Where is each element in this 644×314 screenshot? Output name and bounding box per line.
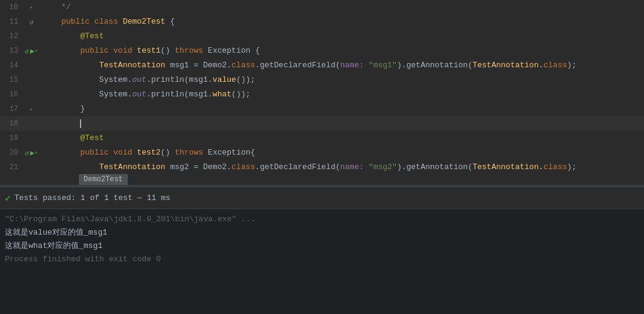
code-token (90, 17, 95, 26)
code-token: msg1 = Demo2. (165, 61, 231, 70)
code-token: throws (175, 148, 204, 157)
test-of: of (85, 193, 104, 202)
code-line-12: 12 @Test (0, 29, 644, 44)
line-content-12[interactable]: @Test (40, 29, 644, 44)
line-content-16[interactable]: System.out.println(msg1.what()); (40, 87, 644, 102)
code-token: ).getAnnotation( (397, 162, 473, 172)
test-separator: — (133, 193, 147, 202)
run-icon-13[interactable]: ▶ (30, 47, 35, 56)
code-token (108, 148, 113, 157)
line-content-20[interactable]: public void test2() throws Exception{ (40, 145, 644, 160)
test-count: 1 (81, 193, 85, 202)
code-token: */ (61, 2, 71, 12)
test-unit: test (109, 193, 133, 202)
code-line-14: 14 TestAnnotation msg1 = Demo2.class.get… (0, 58, 644, 73)
editor-area: 10▸ */11↺ public class Demo2Test {12 @Te… (0, 0, 644, 185)
run-icon-20[interactable]: ▶ (30, 149, 35, 158)
line-number-16: 16 (0, 87, 23, 102)
code-token: class (231, 61, 255, 70)
code-token (42, 61, 99, 70)
console-cmd-line: "C:\Program Files\Java\jdk1.8.0_201\bin\… (5, 213, 639, 226)
code-token (42, 2, 61, 12)
code-token (42, 17, 61, 26)
line-number-17: 17 (0, 102, 23, 116)
line-content-21[interactable]: TestAnnotation msg2 = Demo2.class.getDec… (40, 160, 644, 175)
line-content-13[interactable]: public void test1() throws Exception { (40, 44, 644, 58)
line-content-15[interactable]: System.out.println(msg1.value()); (40, 73, 644, 87)
line-content-14[interactable]: TestAnnotation msg1 = Demo2.class.getDec… (40, 58, 644, 73)
code-token (108, 46, 113, 55)
code-token (42, 148, 80, 157)
code-line-10: 10▸ */ (0, 0, 644, 15)
code-token (42, 46, 80, 55)
code-token: what (213, 90, 231, 99)
line-gutter-13: ↺▶▾ (23, 47, 40, 56)
fold-icon-20[interactable]: ▾ (35, 149, 38, 156)
code-line-20: 20↺▶▾ public void test2() throws Excepti… (0, 145, 644, 160)
line-content-17[interactable]: } (40, 102, 644, 116)
code-line-16: 16 System.out.println(msg1.what()); (0, 87, 644, 102)
check-icon: ✓ (5, 192, 11, 204)
code-token: class (95, 17, 118, 26)
code-token: () (161, 46, 174, 55)
code-token: ()); (236, 75, 255, 84)
console-area: "C:\Program Files\Java\jdk1.8.0_201\bin\… (0, 209, 644, 314)
demo2test-tooltip: Demo2Test (79, 174, 128, 185)
line-number-13: 13 (0, 44, 23, 58)
line-content-11[interactable]: public class Demo2Test { (40, 15, 644, 29)
code-token: .getDeclaredField( (255, 61, 340, 70)
line-gutter-20: ↺▶▾ (23, 149, 40, 158)
code-token: ).getAnnotation( (397, 61, 473, 70)
line-content-18[interactable] (40, 116, 644, 131)
code-token: class (543, 162, 567, 172)
line-content-10[interactable]: */ (40, 0, 644, 15)
code-token: System. (42, 90, 132, 99)
refresh-icon-13[interactable]: ↺ (25, 47, 29, 55)
code-token: { (170, 17, 175, 26)
code-token: class (543, 61, 567, 70)
line-number-20: 20 (0, 145, 23, 160)
code-token: @Test (80, 133, 104, 142)
code-line-17: 17▸ } (0, 102, 644, 116)
line-number-10: 10 (0, 0, 23, 15)
code-token: void (113, 148, 132, 157)
test-time: 11 ms (147, 193, 170, 202)
code-line-19: 19 @Test (0, 131, 644, 145)
line-number-15: 15 (0, 73, 23, 87)
refresh-icon-20[interactable]: ↺ (25, 149, 29, 157)
code-token: .println(msg1. (147, 90, 213, 99)
code-token (132, 148, 137, 157)
code-token: "msg1" (364, 61, 397, 70)
code-token: TestAnnotation. (473, 61, 543, 70)
code-token: Demo2Test (118, 17, 170, 26)
code-token: ); (567, 61, 577, 70)
line-gutter-11: ↺ (23, 18, 40, 26)
code-token: .println(msg1. (147, 75, 213, 84)
refresh-icon-11[interactable]: ↺ (30, 18, 34, 26)
line-number-19: 19 (0, 131, 23, 145)
code-token: out (132, 90, 146, 99)
code-token (42, 119, 80, 128)
fold-icon-13[interactable]: ▾ (35, 47, 38, 55)
code-line-13: 13↺▶▾ public void test1() throws Excepti… (0, 44, 644, 58)
code-token: TestAnnotation (99, 162, 165, 172)
code-token (42, 133, 80, 142)
console-output2: 这就是what对应的值_msg1 (5, 239, 639, 253)
code-token: name: (340, 162, 364, 172)
line-content-19[interactable]: @Test (40, 131, 644, 145)
line-number-14: 14 (0, 58, 23, 73)
code-token: public (61, 17, 90, 26)
console-process: Process finished with exit code 0 (5, 253, 639, 266)
code-token: @Test (80, 32, 104, 41)
code-token: ()); (231, 90, 250, 99)
code-token: Exception{ (203, 148, 255, 157)
code-token: } (42, 104, 85, 113)
fold-icon-10[interactable]: ▸ (30, 4, 33, 11)
line-number-11: 11 (0, 15, 23, 29)
test-passed-text: Tests passed: 1 of 1 test — 11 ms (15, 193, 171, 202)
code-token: test2 (137, 148, 161, 157)
code-line-21: 21 TestAnnotation msg2 = Demo2.class.get… (0, 160, 644, 175)
fold-icon-17[interactable]: ▸ (30, 105, 33, 113)
line-gutter-17: ▸ (23, 105, 40, 113)
code-token: throws (175, 46, 204, 55)
